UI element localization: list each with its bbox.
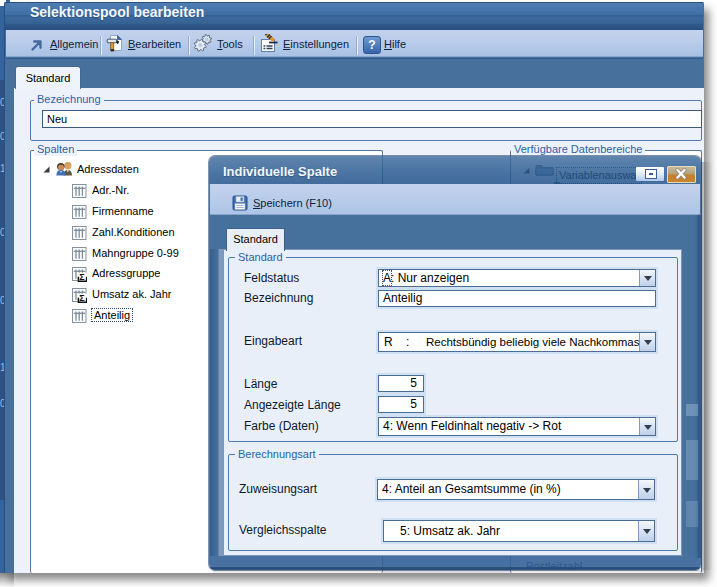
svg-text:Σ: Σ: [79, 272, 85, 282]
svg-text:Σ: Σ: [79, 293, 85, 303]
